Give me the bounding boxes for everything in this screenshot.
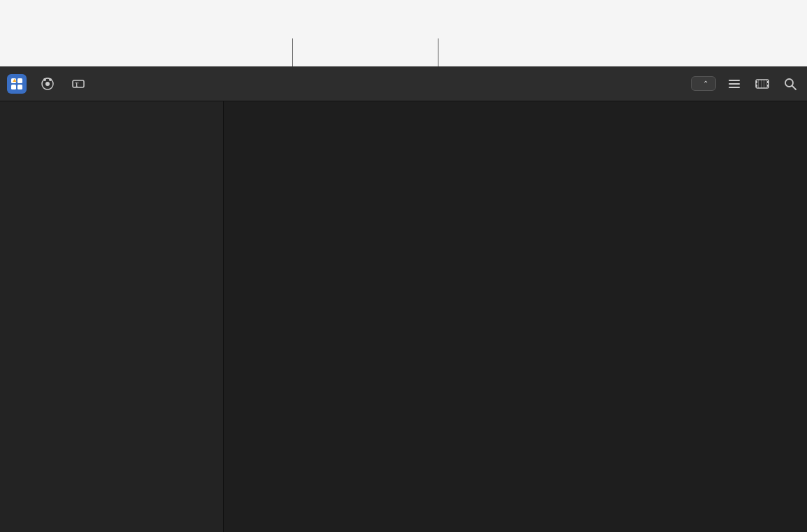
svg-point-23 [785,79,793,87]
callout-line-right [438,38,438,68]
svg-rect-15 [756,81,757,83]
toolbar-left: T [7,74,231,94]
svg-rect-19 [758,80,759,88]
callout-area [0,0,807,66]
main-content [0,101,807,532]
svg-text:T: T [75,82,79,88]
search-icon[interactable] [780,74,800,94]
svg-rect-3 [17,85,22,89]
svg-rect-11 [729,80,740,81]
svg-rect-2 [11,85,16,89]
svg-rect-18 [767,85,769,87]
svg-rect-12 [729,83,740,85]
grid-area [224,101,807,532]
sidebar [0,101,224,532]
toolbar: T ⌃ [0,66,807,101]
library-icon-button[interactable] [7,74,27,94]
svg-rect-20 [761,80,762,88]
audio-icon-button[interactable] [38,74,57,94]
svg-rect-22 [766,80,767,88]
toolbar-right: ⌃ [231,74,800,94]
svg-line-24 [792,86,796,89]
callout-line-left [292,38,293,68]
svg-rect-16 [756,85,757,87]
svg-rect-17 [767,81,769,83]
svg-rect-13 [729,87,740,88]
svg-rect-1 [17,78,22,83]
titles-icon-button[interactable]: T [69,74,88,94]
svg-rect-21 [764,80,764,88]
app-container: T ⌃ [0,66,807,532]
svg-point-7 [43,78,46,81]
list-view-icon[interactable] [724,74,744,94]
svg-point-8 [49,78,52,81]
filter-dropdown[interactable]: ⌃ [691,76,716,91]
svg-point-6 [45,82,50,86]
filter-chevron-icon: ⌃ [703,80,708,87]
filmstrip-icon[interactable] [752,74,772,94]
